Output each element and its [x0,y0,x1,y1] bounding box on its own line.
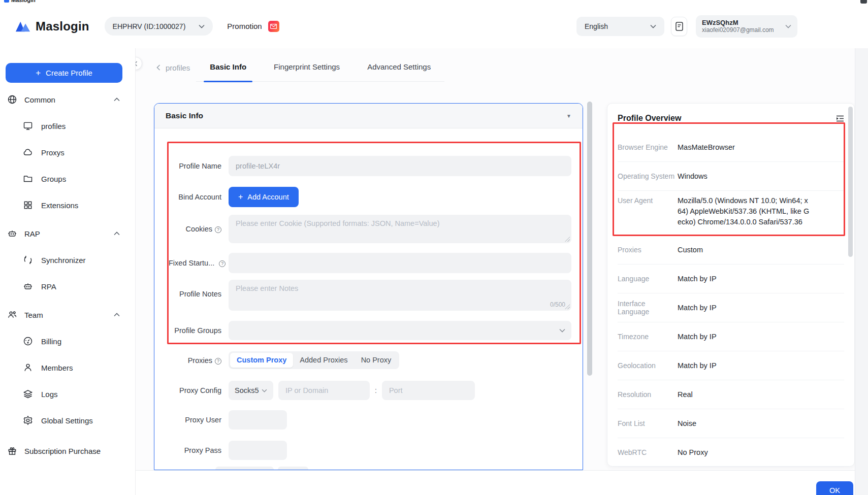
profile-notes-textarea[interactable] [229,280,571,311]
profile-groups-label: Profile Groups [169,321,221,340]
footer-bar: OK [136,470,855,495]
overview-scrollbar[interactable] [848,107,853,257]
overview-row-label: Geolocation [618,361,678,370]
sidebar-item-profiles[interactable]: profiles [0,114,135,138]
proxy-type-select[interactable]: Socks5 [229,381,273,400]
fixed-startup-input[interactable] [229,253,571,273]
bind-account-row: Bind Account + Add Account [169,187,571,207]
overview-row-value: Mozilla/5.0 (Windows NT 10.0; Win64; x64… [678,195,812,227]
docs-button[interactable] [671,17,687,36]
chevron-left-icon [156,64,160,71]
clipped-field [215,467,274,470]
proxy-mode-added[interactable]: Added Proxies [293,353,354,368]
proxy-ip-input[interactable] [278,381,370,400]
language-label: English [585,22,608,30]
tab-fingerprint-settings[interactable]: Fingerprint Settings [260,53,353,82]
sidebar-item-label: profiles [41,122,66,130]
robot-icon [7,228,17,239]
detail-tabs: profiles Basic Info Fingerprint Settings… [136,48,855,82]
overview-row: Resolution Real [618,380,844,409]
monitor-icon [23,121,33,131]
sidebar-section-common[interactable]: Common [0,88,135,111]
add-account-label: Add Account [247,193,288,201]
overview-row-label: Timezone [618,333,678,341]
content-scrollbar[interactable] [587,102,592,376]
folder-icon [23,174,33,184]
basic-info-card-header[interactable]: Basic Info ▼ [154,104,583,128]
language-dropdown[interactable]: English [576,17,664,36]
sidebar-item-label: Global Settings [41,416,93,425]
proxy-port-input[interactable] [382,381,475,400]
sidebar-section-rap[interactable]: RAP [0,222,135,245]
overview-row: Interface Language Match by IP [618,293,844,322]
chevron-down-icon [559,328,565,333]
chevron-up-icon[interactable] [114,313,120,317]
tab-basic-info[interactable]: Basic Info [196,53,260,82]
proxy-pass-input[interactable] [229,441,287,460]
fixed-startup-label: Fixed Startu... ? [169,253,221,273]
overview-row-label: Operating System [618,172,678,180]
proxy-mode-custom[interactable]: Custom Proxy [230,353,293,368]
panel-collapse-icon[interactable] [836,115,844,122]
add-account-button[interactable]: + Add Account [229,187,299,207]
profile-groups-select[interactable] [229,321,571,340]
help-icon[interactable]: ? [219,260,226,267]
tab-advanced-settings[interactable]: Advanced Settings [353,53,444,82]
workspace-label: EHPHRV (ID:1000027) [113,22,186,30]
promotion-link[interactable]: Promotion [227,21,279,32]
overview-row-label: Font List [618,419,678,427]
sidebar-section-team[interactable]: Team [0,303,135,326]
account-dropdown[interactable]: EWzSQhzM xiaofei020907@gmail.com [696,15,797,38]
fixed-startup-row: Fixed Startu... ? [169,253,571,273]
chevron-up-icon[interactable] [114,232,120,236]
overview-row-value: Custom [678,246,703,254]
sidebar-item-subscription-purchase[interactable]: Subscription Purchase [0,439,135,463]
overview-row: Proxies Custom [618,236,844,265]
overview-row: Geolocation Match by IP [618,351,844,380]
overview-row-value: Match by IP [678,275,717,283]
page-scrollbar-track[interactable] [855,48,868,495]
ok-button[interactable]: OK [816,481,853,495]
team-icon [7,310,17,320]
sidebar-item-billing[interactable]: Billing [0,329,135,353]
cookies-row: Cookies? [169,215,571,243]
colon-separator: : [375,386,377,394]
sync-icon [23,255,33,265]
cookies-label: Cookies? [169,215,221,243]
basic-info-card: Basic Info ▼ Profile Name Bind Account +… [154,103,583,470]
sidebar-item-synchronizer[interactable]: Synchronizer [0,248,135,272]
gear-icon [23,415,33,425]
create-profile-button[interactable]: + Create Profile [6,63,122,83]
sidebar-item-extensions[interactable]: Extensions [0,193,135,217]
sidebar-item-groups[interactable]: Groups [0,167,135,190]
sidebar-item-label: Subscription Purchase [24,447,101,455]
overview-row: Operating System Windows [618,162,844,191]
sidebar-item-members[interactable]: Members [0,356,135,379]
cookies-textarea[interactable] [229,215,571,243]
proxy-user-input[interactable] [229,410,287,430]
overview-row-value: Real [678,390,693,399]
sidebar-item-global-settings[interactable]: Global Settings [0,409,135,432]
profile-name-input[interactable] [229,156,571,176]
proxy-mode-none[interactable]: No Proxy [355,353,398,368]
sidebar-item-logs[interactable]: Logs [0,382,135,406]
chevron-down-icon [262,389,267,392]
collapse-caret-icon[interactable]: ▼ [566,113,571,119]
sidebar-section-label: Common [24,95,55,104]
back-to-profiles[interactable]: profiles [156,53,190,82]
promotion-label: Promotion [227,22,262,30]
help-icon[interactable]: ? [215,226,221,233]
window-title: Maslogin [4,0,36,3]
profile-name-label: Profile Name [169,156,221,176]
chevron-up-icon[interactable] [114,97,120,102]
overview-row-label: Proxies [618,246,678,254]
sidebar-item-proxys[interactable]: Proxys [0,141,135,164]
sidebar-item-rpa[interactable]: RPA [0,275,135,298]
globe-icon [7,94,17,105]
proxy-config-row: Proxy Config Socks5 : [169,381,571,400]
help-icon[interactable]: ? [215,358,221,365]
overview-row: Browser Engine MasMateBrowser [618,133,844,162]
overview-row: WebRTC No Proxy [618,438,844,467]
sidebar-item-label: Logs [41,390,58,399]
workspace-dropdown[interactable]: EHPHRV (ID:1000027) [105,17,213,36]
